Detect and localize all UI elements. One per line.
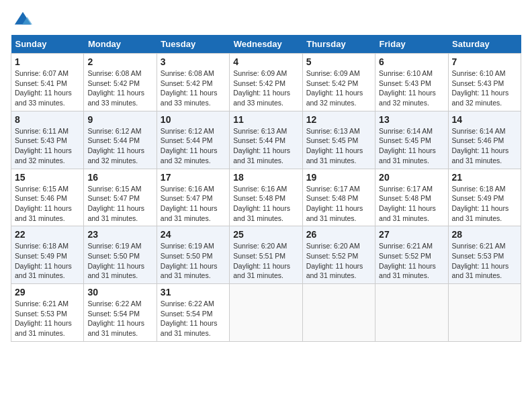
day-info: Sunrise: 6:14 AMSunset: 5:46 PMDaylight:… xyxy=(452,126,517,166)
week-row-1: 1Sunrise: 6:07 AMSunset: 5:41 PMDaylight… xyxy=(11,54,521,111)
day-cell-11: 11Sunrise: 6:13 AMSunset: 5:44 PMDayligh… xyxy=(230,111,302,169)
day-cell-8: 8Sunrise: 6:11 AMSunset: 5:43 PMDaylight… xyxy=(11,111,84,169)
empty-cell xyxy=(375,284,448,342)
day-number: 11 xyxy=(233,114,298,125)
day-cell-19: 19Sunrise: 6:17 AMSunset: 5:48 PMDayligh… xyxy=(302,169,375,226)
empty-cell xyxy=(448,284,521,342)
day-cell-5: 5Sunrise: 6:09 AMSunset: 5:42 PMDaylight… xyxy=(302,54,375,111)
day-info: Sunrise: 6:16 AMSunset: 5:48 PMDaylight:… xyxy=(233,184,298,224)
day-cell-18: 18Sunrise: 6:16 AMSunset: 5:48 PMDayligh… xyxy=(230,169,302,226)
day-number: 21 xyxy=(452,172,517,183)
day-number: 1 xyxy=(15,56,80,67)
weekday-sunday: Sunday xyxy=(11,35,84,54)
day-cell-15: 15Sunrise: 6:15 AMSunset: 5:46 PMDayligh… xyxy=(11,169,84,226)
weekday-wednesday: Wednesday xyxy=(230,35,302,54)
day-number: 14 xyxy=(452,114,517,125)
day-info: Sunrise: 6:20 AMSunset: 5:52 PMDaylight:… xyxy=(306,241,371,281)
day-number: 25 xyxy=(233,229,298,240)
day-number: 12 xyxy=(306,114,371,125)
day-number: 23 xyxy=(87,229,152,240)
day-info: Sunrise: 6:19 AMSunset: 5:50 PMDaylight:… xyxy=(161,241,226,281)
logo xyxy=(11,11,32,30)
day-cell-21: 21Sunrise: 6:18 AMSunset: 5:49 PMDayligh… xyxy=(448,169,521,226)
day-number: 3 xyxy=(161,56,226,67)
day-cell-7: 7Sunrise: 6:10 AMSunset: 5:43 PMDaylight… xyxy=(448,54,521,111)
day-number: 4 xyxy=(233,56,298,67)
day-info: Sunrise: 6:16 AMSunset: 5:47 PMDaylight:… xyxy=(161,184,226,224)
day-number: 6 xyxy=(379,56,444,67)
weekday-header-row: SundayMondayTuesdayWednesdayThursdayFrid… xyxy=(11,35,521,54)
day-info: Sunrise: 6:17 AMSunset: 5:48 PMDaylight:… xyxy=(306,184,371,224)
weekday-saturday: Saturday xyxy=(448,35,521,54)
day-number: 9 xyxy=(87,114,152,125)
empty-cell xyxy=(230,284,302,342)
day-number: 29 xyxy=(15,287,80,298)
day-cell-29: 29Sunrise: 6:21 AMSunset: 5:53 PMDayligh… xyxy=(11,284,84,342)
day-info: Sunrise: 6:21 AMSunset: 5:52 PMDaylight:… xyxy=(379,241,444,281)
day-info: Sunrise: 6:09 AMSunset: 5:42 PMDaylight:… xyxy=(306,68,371,108)
day-cell-10: 10Sunrise: 6:12 AMSunset: 5:44 PMDayligh… xyxy=(157,111,229,169)
day-info: Sunrise: 6:18 AMSunset: 5:49 PMDaylight:… xyxy=(452,184,517,224)
day-info: Sunrise: 6:18 AMSunset: 5:49 PMDaylight:… xyxy=(15,241,80,281)
day-cell-25: 25Sunrise: 6:20 AMSunset: 5:51 PMDayligh… xyxy=(230,226,302,284)
day-number: 24 xyxy=(161,229,226,240)
day-info: Sunrise: 6:13 AMSunset: 5:44 PMDaylight:… xyxy=(233,126,298,166)
day-cell-22: 22Sunrise: 6:18 AMSunset: 5:49 PMDayligh… xyxy=(11,226,84,284)
day-info: Sunrise: 6:10 AMSunset: 5:43 PMDaylight:… xyxy=(379,68,444,108)
day-info: Sunrise: 6:22 AMSunset: 5:54 PMDaylight:… xyxy=(161,299,226,338)
day-number: 8 xyxy=(15,114,80,125)
day-number: 22 xyxy=(15,229,80,240)
empty-cell xyxy=(302,284,375,342)
week-row-4: 22Sunrise: 6:18 AMSunset: 5:49 PMDayligh… xyxy=(11,226,521,284)
day-info: Sunrise: 6:13 AMSunset: 5:45 PMDaylight:… xyxy=(306,126,371,166)
logo-icon xyxy=(13,11,32,30)
day-number: 16 xyxy=(87,172,152,183)
day-info: Sunrise: 6:17 AMSunset: 5:48 PMDaylight:… xyxy=(379,184,444,224)
day-info: Sunrise: 6:15 AMSunset: 5:46 PMDaylight:… xyxy=(15,184,80,224)
day-info: Sunrise: 6:12 AMSunset: 5:44 PMDaylight:… xyxy=(87,126,152,166)
day-number: 10 xyxy=(161,114,226,125)
day-info: Sunrise: 6:15 AMSunset: 5:47 PMDaylight:… xyxy=(87,184,152,224)
day-cell-14: 14Sunrise: 6:14 AMSunset: 5:46 PMDayligh… xyxy=(448,111,521,169)
day-cell-9: 9Sunrise: 6:12 AMSunset: 5:44 PMDaylight… xyxy=(84,111,157,169)
calendar-table: SundayMondayTuesdayWednesdayThursdayFrid… xyxy=(11,35,521,342)
weekday-tuesday: Tuesday xyxy=(157,35,229,54)
week-row-3: 15Sunrise: 6:15 AMSunset: 5:46 PMDayligh… xyxy=(11,169,521,226)
day-info: Sunrise: 6:10 AMSunset: 5:43 PMDaylight:… xyxy=(452,68,517,108)
weekday-thursday: Thursday xyxy=(302,35,375,54)
day-number: 20 xyxy=(379,172,444,183)
day-cell-28: 28Sunrise: 6:21 AMSunset: 5:53 PMDayligh… xyxy=(448,226,521,284)
day-number: 15 xyxy=(15,172,80,183)
day-info: Sunrise: 6:22 AMSunset: 5:54 PMDaylight:… xyxy=(87,299,152,338)
day-cell-12: 12Sunrise: 6:13 AMSunset: 5:45 PMDayligh… xyxy=(302,111,375,169)
day-info: Sunrise: 6:09 AMSunset: 5:42 PMDaylight:… xyxy=(233,68,298,108)
page-header xyxy=(11,11,521,30)
day-info: Sunrise: 6:20 AMSunset: 5:51 PMDaylight:… xyxy=(233,241,298,281)
day-info: Sunrise: 6:08 AMSunset: 5:42 PMDaylight:… xyxy=(161,68,226,108)
day-cell-16: 16Sunrise: 6:15 AMSunset: 5:47 PMDayligh… xyxy=(84,169,157,226)
day-cell-20: 20Sunrise: 6:17 AMSunset: 5:48 PMDayligh… xyxy=(375,169,448,226)
day-number: 2 xyxy=(87,56,152,67)
day-cell-6: 6Sunrise: 6:10 AMSunset: 5:43 PMDaylight… xyxy=(375,54,448,111)
day-number: 19 xyxy=(306,172,371,183)
day-info: Sunrise: 6:21 AMSunset: 5:53 PMDaylight:… xyxy=(452,241,517,281)
day-cell-3: 3Sunrise: 6:08 AMSunset: 5:42 PMDaylight… xyxy=(157,54,229,111)
day-cell-27: 27Sunrise: 6:21 AMSunset: 5:52 PMDayligh… xyxy=(375,226,448,284)
day-cell-1: 1Sunrise: 6:07 AMSunset: 5:41 PMDaylight… xyxy=(11,54,84,111)
day-number: 17 xyxy=(161,172,226,183)
day-number: 30 xyxy=(87,287,152,298)
day-number: 31 xyxy=(161,287,226,298)
day-info: Sunrise: 6:08 AMSunset: 5:42 PMDaylight:… xyxy=(87,68,152,108)
calendar-body: 1Sunrise: 6:07 AMSunset: 5:41 PMDaylight… xyxy=(11,54,521,342)
day-info: Sunrise: 6:11 AMSunset: 5:43 PMDaylight:… xyxy=(15,126,80,166)
day-number: 28 xyxy=(452,229,517,240)
day-info: Sunrise: 6:19 AMSunset: 5:50 PMDaylight:… xyxy=(87,241,152,281)
day-number: 13 xyxy=(379,114,444,125)
day-number: 5 xyxy=(306,56,371,67)
day-info: Sunrise: 6:21 AMSunset: 5:53 PMDaylight:… xyxy=(15,299,80,338)
day-cell-24: 24Sunrise: 6:19 AMSunset: 5:50 PMDayligh… xyxy=(157,226,229,284)
day-cell-4: 4Sunrise: 6:09 AMSunset: 5:42 PMDaylight… xyxy=(230,54,302,111)
day-cell-31: 31Sunrise: 6:22 AMSunset: 5:54 PMDayligh… xyxy=(157,284,229,342)
day-number: 26 xyxy=(306,229,371,240)
day-cell-26: 26Sunrise: 6:20 AMSunset: 5:52 PMDayligh… xyxy=(302,226,375,284)
